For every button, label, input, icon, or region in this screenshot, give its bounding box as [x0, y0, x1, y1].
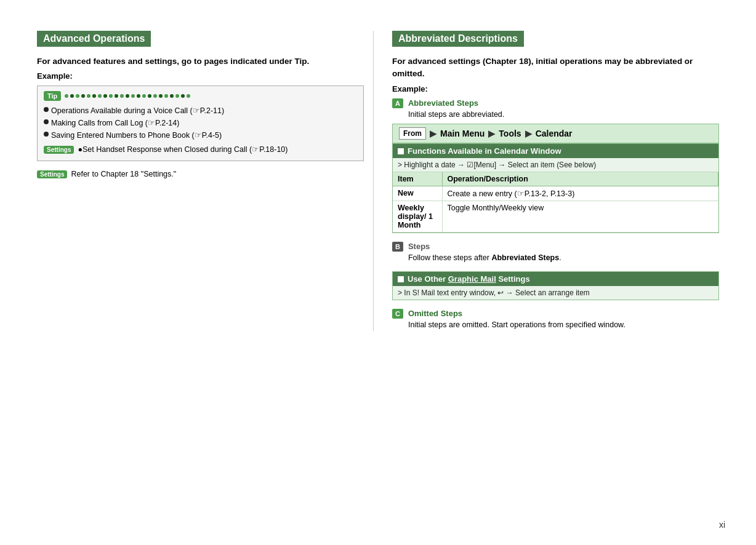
tip-dot-3 [76, 94, 79, 98]
table-row: New Create a new entry (☞P.13-2, P.13-3) [393, 186, 718, 201]
tip-badge: Tip [44, 91, 61, 101]
tip-dot-22 [181, 94, 185, 98]
tip-dot-19 [164, 94, 168, 98]
settings-note-row: Settings Refer to Chapter 18 "Settings." [37, 169, 364, 180]
col-item-header: Item [393, 172, 442, 186]
settings-badge-inner: Settings [44, 146, 74, 154]
cal-header: Functions Available in Calendar Window [393, 144, 718, 158]
left-section-title: Advanced Operations [37, 31, 151, 47]
use-other-step-row: > In S! Mail text entry window, ↩ → Sele… [393, 286, 718, 300]
settings-note-text: Refer to Chapter 18 "Settings." [71, 169, 176, 180]
settings-item-text: ●Set Handset Response when Closed during… [78, 144, 288, 156]
tip-dot-8 [103, 94, 107, 98]
cal-step-row: > Highlight a date → ☑[Menu] → Select an… [393, 158, 718, 172]
row2-item: Weekly display/ 1 Month [393, 201, 442, 233]
tip-dot-9 [109, 94, 113, 98]
left-example-label: Example: [37, 71, 364, 81]
use-other-header: Use Other Graphic Mail Settings [393, 272, 718, 286]
bullet-2 [44, 119, 49, 124]
use-other-header-part2: Settings [496, 274, 530, 284]
tip-dot-11 [120, 94, 124, 98]
step-c-title: Omitted Steps [408, 309, 719, 318]
tip-item-2-text: Making Calls from Call Log (☞P.2-14) [51, 117, 179, 129]
from-badge: From [399, 127, 426, 140]
tip-dot-5 [87, 94, 90, 98]
calendar-text: Calendar [536, 129, 573, 138]
tip-dot-4 [81, 94, 85, 98]
step-a-section: A Abbreviated Steps Initial steps are ab… [392, 98, 719, 121]
arrow3-icon: ▶ [525, 129, 532, 138]
use-other-icon [398, 276, 404, 282]
tip-item-2: Making Calls from Call Log (☞P.2-14) [44, 117, 357, 129]
tip-box: Tip [37, 86, 364, 161]
step-c-badge: C [392, 309, 403, 319]
page-number: xi [719, 520, 725, 530]
tip-item-3-text: Saving Entered Numbers to Phone Book (☞P… [51, 129, 222, 141]
tip-dot-7 [98, 94, 102, 98]
tip-dot-1 [65, 94, 68, 98]
tip-dot-13 [131, 94, 135, 98]
step-b-section: B Steps Follow these steps after Abbrevi… [392, 242, 719, 264]
left-column: Advanced Operations For advanced feature… [37, 31, 374, 331]
main-menu-text: Main Menu [440, 129, 485, 138]
step-c-section: C Omitted Steps Initial steps are omitte… [392, 309, 719, 331]
tip-dot-10 [115, 94, 118, 98]
use-other-section: Use Other Graphic Mail Settings > In S! … [392, 271, 719, 300]
row1-operation: Create a new entry (☞P.13-2, P.13-3) [442, 186, 718, 201]
right-column: Abbreviated Descriptions For advanced se… [392, 31, 719, 331]
settings-badge-outer: Settings [37, 170, 67, 178]
right-intro: For advanced settings (Chapter 18), init… [392, 55, 719, 81]
tip-dot-18 [159, 94, 163, 98]
left-intro: For advanced features and settings, go t… [37, 55, 364, 68]
tip-dot-17 [153, 94, 157, 98]
cal-header-icon [398, 148, 404, 154]
tip-dot-20 [170, 94, 174, 98]
step-a-title: Abbreviated Steps [408, 98, 719, 108]
tip-dot-16 [148, 94, 151, 98]
step-a-badge: A [392, 98, 403, 108]
arrow1-icon: ▶ [430, 129, 436, 138]
settings-row: Settings ●Set Handset Response when Clos… [44, 144, 357, 156]
tip-dot-6 [92, 94, 96, 98]
step-b-bold: Abbreviated Steps [491, 253, 559, 262]
cal-table: Item Operation/Description New Create a … [393, 172, 718, 233]
tip-dot-15 [142, 94, 146, 98]
tip-dot-21 [175, 94, 179, 98]
tip-item-1: Operations Available during a Voice Call… [44, 105, 357, 117]
step-b-title: Steps [408, 242, 719, 251]
row1-item: New [393, 186, 442, 201]
use-other-header-text: Use Other Graphic Mail Settings [408, 274, 530, 284]
arrow2-icon: ▶ [488, 129, 495, 138]
tools-text: Tools [499, 129, 521, 138]
use-other-header-underline: Graphic Mail [448, 274, 496, 284]
step-c-content: Omitted Steps Initial steps are omitted.… [408, 309, 719, 331]
step-b-badge: B [392, 242, 403, 252]
right-section-title: Abbreviated Descriptions [392, 31, 524, 47]
bullet-3 [44, 132, 49, 137]
use-other-header-part1: Use Other [408, 274, 448, 284]
tip-item-3: Saving Entered Numbers to Phone Book (☞P… [44, 129, 357, 141]
from-bar: From ▶ Main Menu ▶ Tools ▶ Calendar [392, 124, 719, 143]
step-a-desc: Initial steps are abbreviated. [408, 109, 719, 121]
cal-header-text: Functions Available in Calendar Window [408, 146, 561, 156]
step-b-desc: Follow these steps after Abbreviated Ste… [408, 252, 719, 264]
table-row: Weekly display/ 1 Month Toggle Monthly/W… [393, 201, 718, 233]
tip-dot-14 [137, 94, 140, 98]
col-operation-header: Operation/Description [442, 172, 718, 186]
tip-dot-2 [70, 94, 74, 98]
step-a-content: Abbreviated Steps Initial steps are abbr… [408, 98, 719, 121]
tip-dots [65, 94, 190, 98]
step-b-content: Steps Follow these steps after Abbreviat… [408, 242, 719, 264]
bullet-1 [44, 107, 49, 112]
step-c-desc: Initial steps are omitted. Start operati… [408, 319, 719, 331]
tip-item-1-text: Operations Available during a Voice Call… [51, 105, 224, 117]
tip-dot-23 [187, 94, 190, 98]
row2-operation: Toggle Monthly/Weekly view [442, 201, 718, 233]
right-example-label: Example: [392, 84, 719, 93]
tip-dot-12 [126, 94, 129, 98]
calendar-section: Functions Available in Calendar Window >… [392, 143, 719, 233]
tip-header: Tip [44, 91, 357, 101]
